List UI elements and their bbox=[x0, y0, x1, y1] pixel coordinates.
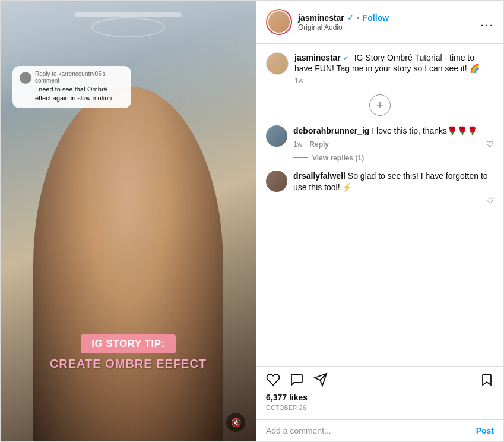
main-comment: jasminestar ✓ IG Story Ombré Tutorial - … bbox=[266, 52, 494, 85]
comment-item-drsally: drsallyfalwell So glad to see this! I ha… bbox=[266, 171, 494, 206]
info-panel: jasminestar ✓ • Follow Original Audio ..… bbox=[256, 1, 503, 441]
header-subtitle: Original Audio bbox=[298, 23, 474, 31]
reply-button-deborah[interactable]: Reply bbox=[309, 140, 329, 149]
add-story-section: + bbox=[266, 94, 494, 116]
comment-text-deborah: deborahbrunner_ig I love this tip, thank… bbox=[293, 125, 494, 137]
comment-meta-deborah: 1w Reply ♡ bbox=[293, 140, 494, 149]
add-story-button[interactable]: + bbox=[369, 94, 391, 116]
header-info: jasminestar ✓ • Follow Original Audio bbox=[298, 13, 474, 31]
comment-body-deborah: deborahbrunner_ig I love this tip, thank… bbox=[293, 125, 494, 149]
action-icons-row bbox=[266, 372, 494, 389]
post-comment-button[interactable]: Post bbox=[476, 426, 494, 435]
view-replies-button[interactable]: View replies (1) bbox=[312, 154, 364, 162]
comment-content-deborah: I love this tip, thanks🌹🌹🌹 bbox=[372, 126, 477, 135]
post-content: jasminestar ✓ IG Story Ombré Tutorial - … bbox=[256, 44, 503, 366]
view-replies: View replies (1) bbox=[293, 154, 494, 162]
separator-dot: • bbox=[357, 13, 360, 23]
video-panel: Reply to karrencountry05's comment I nee… bbox=[1, 1, 256, 442]
comment-input[interactable] bbox=[266, 426, 470, 435]
post-header: jasminestar ✓ • Follow Original Audio ..… bbox=[256, 1, 503, 44]
main-comment-username[interactable]: jasminestar bbox=[294, 53, 341, 62]
share-action-button[interactable] bbox=[313, 372, 328, 389]
comment-time-deborah: 1w bbox=[293, 140, 302, 149]
comment-avatar-deborah[interactable] bbox=[266, 125, 287, 147]
main-comment-verified: ✓ bbox=[343, 54, 349, 62]
reply-avatar bbox=[20, 72, 31, 84]
comment-action-button[interactable] bbox=[290, 372, 304, 389]
main-comment-time: 1w bbox=[294, 77, 494, 85]
view-replies-line bbox=[293, 157, 308, 158]
comment-username-drsally[interactable]: drsallyfalwell bbox=[293, 171, 345, 181]
comment-username-deborah[interactable]: deborahbrunner_ig bbox=[293, 126, 369, 135]
header-avatar-ring[interactable] bbox=[266, 9, 292, 35]
avatar bbox=[267, 10, 291, 34]
main-comment-avatar[interactable] bbox=[266, 52, 289, 75]
bookmark-action-button[interactable] bbox=[480, 372, 494, 389]
likes-count: 6,377 likes bbox=[266, 393, 494, 402]
comment-body-drsally: drsallyfalwell So glad to see this! I ha… bbox=[293, 171, 494, 206]
like-action-button[interactable] bbox=[266, 372, 280, 389]
tip-label: IG STORY TIP: bbox=[81, 334, 175, 353]
comment-text-drsally: drsallyfalwell So glad to see this! I ha… bbox=[293, 171, 494, 194]
username-row: jasminestar ✓ • Follow bbox=[298, 13, 474, 23]
like-button-drsally[interactable]: ♡ bbox=[486, 196, 494, 206]
main-comment-body: jasminestar ✓ IG Story Ombré Tutorial - … bbox=[294, 52, 494, 85]
follow-button[interactable]: Follow bbox=[363, 13, 389, 23]
comment-item: deborahbrunner_ig I love this tip, thank… bbox=[266, 125, 494, 149]
post-date: OCTOBER 26 bbox=[266, 405, 494, 411]
reply-text: I need to see that Ombré effect again in… bbox=[35, 85, 124, 103]
comment-avatar-drsally[interactable] bbox=[266, 171, 287, 192]
more-options-button[interactable]: ... bbox=[480, 16, 494, 28]
header-username[interactable]: jasminestar bbox=[298, 13, 344, 23]
reply-bubble: Reply to karrencountry05's comment I nee… bbox=[12, 66, 131, 108]
video-text-overlay: IG STORY TIP: CREATE OMBRE EEFECT bbox=[1, 334, 256, 371]
mute-icon[interactable]: 🔇 bbox=[226, 413, 245, 432]
like-button-deborah[interactable]: ♡ bbox=[486, 140, 494, 149]
reply-tag: Reply to karrencountry05's comment bbox=[35, 71, 124, 84]
comment-input-row: Post bbox=[256, 419, 503, 441]
comment-meta-drsally: ♡ bbox=[293, 196, 494, 206]
action-bar: 6,377 likes OCTOBER 26 bbox=[256, 366, 503, 419]
tip-main: CREATE OMBRE EEFECT bbox=[1, 356, 256, 371]
verified-icon: ✓ bbox=[347, 13, 354, 22]
